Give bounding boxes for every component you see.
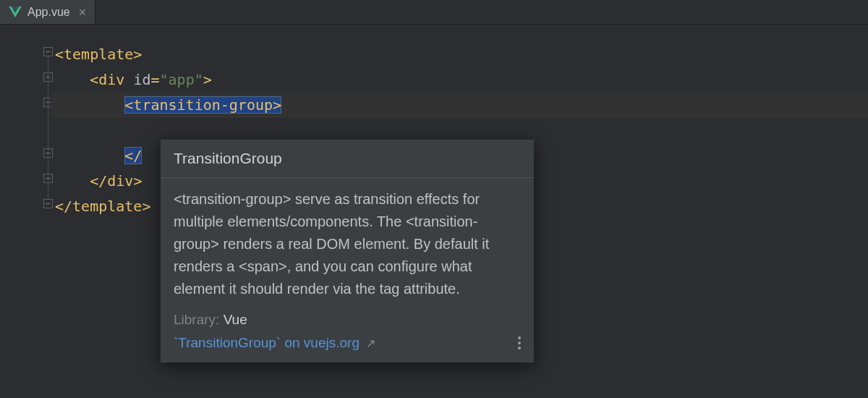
- external-link-icon: ↗: [366, 337, 375, 350]
- doc-library-value: Vue: [224, 312, 247, 327]
- tab-filename: App.vue: [27, 6, 70, 19]
- doc-library: Library: Vue: [161, 308, 534, 331]
- transition-group-tag: <transition-group>: [124, 96, 281, 114]
- close-icon[interactable]: ×: [76, 6, 87, 19]
- doc-external-link[interactable]: `TransitionGroup` on vuejs.org ↗: [174, 335, 375, 351]
- more-options-icon[interactable]: [518, 336, 524, 350]
- fold-guide: [48, 56, 48, 199]
- gutter: − − − − − −: [0, 25, 51, 398]
- code-line: <div id="app">: [51, 67, 868, 93]
- editor-tab-bar: App.vue ×: [0, 0, 868, 25]
- doc-title: TransitionGroup: [161, 140, 534, 178]
- code-line-current: <transition-group>: [51, 93, 868, 118]
- vue-icon: [9, 7, 22, 17]
- doc-body: <transition-group> serve as transition e…: [161, 178, 534, 308]
- code-line: <template>: [51, 42, 868, 67]
- code-editor[interactable]: − − − − − − <template> <div id="app"> <t…: [0, 25, 868, 398]
- doc-library-label: Library:: [174, 312, 219, 327]
- quick-doc-popup: TransitionGroup <transition-group> serve…: [161, 140, 534, 363]
- editor-tab-app-vue[interactable]: App.vue ×: [0, 0, 95, 24]
